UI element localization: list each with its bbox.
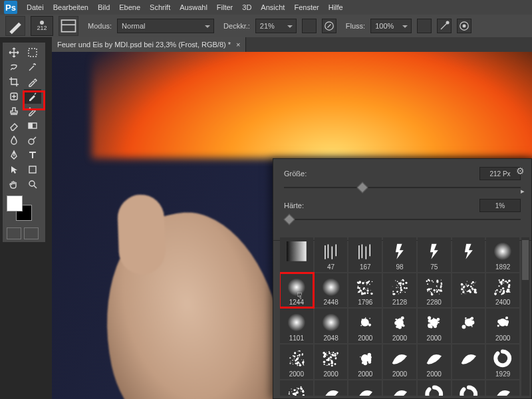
brush-preset-cell[interactable]: 2000 — [486, 309, 519, 343]
brush-preset-cell[interactable]: 1101 — [280, 309, 313, 343]
lasso-tool[interactable] — [5, 60, 23, 74]
tablet-pressure-opacity-icon[interactable] — [322, 19, 336, 33]
brush-preset-cell[interactable]: 2000 — [383, 344, 416, 379]
brush-preset-cell[interactable] — [452, 309, 485, 343]
brush-preset-cell[interactable]: 2448 — [315, 273, 348, 308]
svg-point-78 — [397, 281, 398, 282]
brush-preset-cell[interactable]: 1879 — [348, 380, 382, 396]
modus-select[interactable]: Normal — [117, 19, 214, 33]
hard-slider[interactable] — [284, 215, 521, 224]
brush-preset-cell[interactable]: 2280 — [418, 273, 451, 308]
svg-point-244 — [398, 326, 402, 330]
brush-preset-cell[interactable]: 2000 — [315, 344, 348, 379]
healing-brush-tool[interactable] — [5, 89, 23, 104]
brush-preset-cell[interactable]: 98 — [383, 237, 416, 272]
type-tool[interactable] — [24, 148, 41, 162]
dodge-tool[interactable] — [24, 133, 41, 148]
brush-preset-cell[interactable]: 2000 — [280, 344, 313, 379]
foreground-color-swatch[interactable] — [7, 196, 23, 211]
brush-preset-cell[interactable]: 2400 — [486, 273, 519, 308]
stamp-tool[interactable] — [5, 104, 23, 118]
brush-size-label: 75 — [430, 263, 438, 271]
marquee-tool[interactable] — [24, 45, 41, 60]
svg-point-309 — [297, 357, 299, 358]
eyedropper-tool[interactable] — [24, 74, 41, 89]
size-field[interactable]: 212 Px — [479, 167, 521, 180]
brush-preset-cell[interactable]: 1921 — [383, 380, 416, 396]
svg-point-329 — [332, 352, 334, 353]
brush-preset-cell[interactable]: 1929 — [486, 344, 519, 379]
brush-preset-cell[interactable]: 1923 — [418, 380, 451, 396]
magic-wand-tool[interactable] — [24, 60, 41, 74]
menu-schrift[interactable]: Schrift — [150, 3, 170, 11]
fluss-select[interactable]: 100% — [370, 19, 412, 33]
brush-preset-cell[interactable]: 1244☟ — [280, 273, 313, 308]
menu-ebene[interactable]: Ebene — [119, 3, 140, 11]
brush-preset-cell[interactable]: 2000 — [418, 344, 451, 379]
brush-preset-cell[interactable]: 1886 — [315, 380, 348, 396]
document-tabbar: Feuer und Eis by MDI.psd bei 23,3% (Fros… — [52, 37, 532, 52]
brush-preset-cell[interactable]: 1892 — [486, 237, 519, 272]
screenmode-button[interactable] — [24, 227, 39, 239]
brush-preset-cell[interactable]: 75 — [418, 237, 451, 272]
menu-ansicht[interactable]: Ansicht — [261, 3, 285, 11]
menu-datei[interactable]: Datei — [27, 3, 44, 11]
menu-bild[interactable]: Bild — [98, 3, 110, 11]
menu-bearbeiten[interactable]: Bearbeiten — [53, 3, 88, 11]
brush-preset-cell[interactable]: 2000 — [418, 309, 451, 343]
shape-tool[interactable] — [24, 162, 41, 177]
brush-preset-cell[interactable]: 2128 — [383, 273, 416, 308]
hard-field[interactable]: 1% — [479, 199, 521, 212]
color-swatches[interactable] — [7, 196, 32, 221]
deckkr-pressure-button[interactable] — [302, 19, 317, 33]
brush-tool[interactable] — [24, 89, 41, 104]
brush-preset-cell[interactable]: 2000 — [486, 380, 519, 396]
svg-point-66 — [393, 292, 394, 293]
document-tab[interactable]: Feuer und Eis by MDI.psd bei 23,3% (Fros… — [52, 37, 246, 52]
brush-grid-scrollbar[interactable] — [521, 237, 529, 396]
crop-tool[interactable] — [5, 74, 23, 89]
brush-preset-cell[interactable]: 1796 — [348, 273, 382, 308]
menu-auswahl[interactable]: Auswahl — [180, 3, 207, 11]
brush-preset-cell[interactable]: 167 — [348, 237, 382, 272]
menu-3d[interactable]: 3D — [242, 3, 251, 11]
deckkr-select[interactable]: 21% — [255, 19, 297, 33]
tablet-pressure-size-icon[interactable] — [457, 19, 471, 33]
brush-preset-cell[interactable]: 2000 — [348, 344, 382, 379]
zoom-tool[interactable] — [24, 177, 41, 192]
gradient-tool[interactable] — [24, 118, 41, 133]
gear-icon[interactable]: ⚙ — [516, 166, 525, 176]
brush-preset-cell[interactable] — [452, 380, 485, 396]
brush-preset-cell[interactable] — [452, 237, 485, 272]
eraser-tool[interactable] — [5, 118, 23, 133]
tool-preset-button[interactable] — [5, 16, 25, 36]
brush-preset-cell[interactable] — [452, 344, 485, 379]
quickmask-button[interactable] — [7, 227, 21, 239]
brush-panel-toggle[interactable] — [59, 16, 78, 36]
menu-hilfe[interactable]: Hilfe — [329, 3, 343, 11]
menu-fenster[interactable]: Fenster — [294, 3, 319, 11]
brush-preset-cell[interactable] — [452, 273, 485, 308]
brush-preset-cell[interactable]: 47 — [315, 237, 348, 272]
blur-tool[interactable] — [5, 133, 23, 148]
pen-tool[interactable] — [5, 148, 23, 162]
menu-filter[interactable]: Filter — [217, 3, 233, 11]
brush-preset-cell[interactable]: 2000 — [280, 380, 313, 396]
flyout-icon[interactable]: ▸ — [521, 187, 525, 196]
brush-preset-cell[interactable]: 2000 — [348, 309, 382, 343]
brush-preset-cell[interactable]: 2000 — [383, 309, 416, 343]
size-slider[interactable] — [284, 183, 521, 192]
hand-tool[interactable] — [5, 177, 23, 192]
svg-point-149 — [471, 283, 472, 284]
history-brush-tool[interactable] — [24, 104, 41, 118]
move-tool[interactable] — [5, 45, 23, 60]
airbrush-button[interactable] — [437, 19, 452, 33]
fluss-extra-button[interactable] — [417, 19, 432, 33]
brush-preset-cell[interactable] — [280, 237, 313, 272]
brush-preset-picker[interactable]: 212 — [31, 16, 53, 36]
canvas[interactable]: ⚙ ▸ Größe: 212 Px Härte: 1% — [52, 52, 532, 399]
brush-preset-cell[interactable]: 2048 — [315, 309, 348, 343]
close-icon[interactable]: × — [236, 41, 240, 49]
path-select-tool[interactable] — [5, 162, 23, 177]
brush-size-label: 2000 — [323, 370, 338, 378]
